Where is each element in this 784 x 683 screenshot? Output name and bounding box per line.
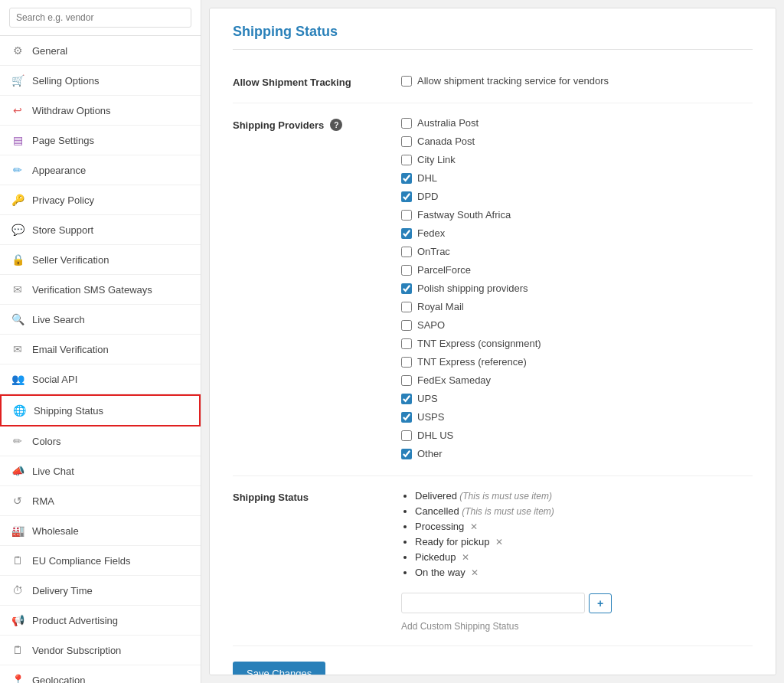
sidebar-item-seller-verification[interactable]: 🔒Seller Verification xyxy=(0,245,201,275)
remove-status-pickedup[interactable]: ✕ xyxy=(459,552,469,563)
provider-item-canada-post: Canada Post xyxy=(401,136,753,147)
sidebar-item-page-settings[interactable]: ▤Page Settings xyxy=(0,126,201,155)
provider-checkbox-ontrac[interactable] xyxy=(401,247,412,257)
sidebar-item-wholesale[interactable]: 🏭Wholesale xyxy=(0,516,201,546)
sidebar-item-label-geolocation: Geolocation xyxy=(32,675,85,684)
sidebar-item-label-general: General xyxy=(32,45,67,57)
sidebar-item-label-product-advertising: Product Advertising xyxy=(32,615,118,626)
provider-checkbox-royal-mail[interactable] xyxy=(401,302,412,312)
provider-label-ontrac: OnTrac xyxy=(417,246,450,257)
provider-checkbox-dhl[interactable] xyxy=(401,173,412,184)
colors-icon: ✏ xyxy=(11,434,24,448)
provider-checkbox-sapo[interactable] xyxy=(401,320,412,331)
status-label-on-the-way: On the way xyxy=(415,567,466,578)
store-support-icon: 💬 xyxy=(11,223,24,237)
must-use-text-cancelled: (This is must use item) xyxy=(459,506,554,517)
provider-item-fedex: Fedex xyxy=(401,227,753,239)
provider-item-city-link: City Link xyxy=(401,154,753,165)
sidebar-item-privacy-policy[interactable]: 🔑Privacy Policy xyxy=(0,185,201,215)
provider-label-parcelforce: ParcelForce xyxy=(417,264,471,276)
sidebar-item-verification-sms[interactable]: ✉Verification SMS Gateways xyxy=(0,275,201,305)
sidebar-search-container xyxy=(0,0,201,36)
provider-item-other: Other xyxy=(401,448,753,459)
provider-checkbox-canada-post[interactable] xyxy=(401,136,412,147)
provider-label-city-link: City Link xyxy=(417,154,456,165)
status-list: Delivered (This is must use item)Cancell… xyxy=(401,490,753,582)
sidebar-item-geolocation[interactable]: 📍Geolocation xyxy=(0,665,201,683)
sidebar-item-label-page-settings: Page Settings xyxy=(32,135,94,146)
sidebar-search-input[interactable] xyxy=(9,8,191,28)
provider-checkbox-ups[interactable] xyxy=(401,394,412,404)
shipping-providers-label: Shipping Providers xyxy=(233,119,324,131)
remove-status-processing[interactable]: ✕ xyxy=(467,521,477,532)
sidebar-item-store-support[interactable]: 💬Store Support xyxy=(0,215,201,245)
sidebar-item-delivery-time[interactable]: ⏱Delivery Time xyxy=(0,576,201,606)
appearance-icon: ✏ xyxy=(11,163,24,177)
sidebar-item-withdraw-options[interactable]: ↩Withdraw Options xyxy=(0,96,201,126)
sidebar-item-appearance[interactable]: ✏Appearance xyxy=(0,155,201,185)
provider-checkbox-fedex-sameday[interactable] xyxy=(401,375,412,386)
provider-label-tnt-express-consignment: TNT Express (consignment) xyxy=(417,338,541,349)
privacy-policy-icon: 🔑 xyxy=(11,193,24,207)
provider-item-australia-post: Australia Post xyxy=(401,117,753,129)
status-item-processing: Processing ✕ xyxy=(415,521,753,532)
add-status-button[interactable]: + xyxy=(589,593,612,613)
provider-item-dhl: DHL xyxy=(401,172,753,184)
status-item-delivered: Delivered (This is must use item) xyxy=(415,490,753,502)
help-icon[interactable]: ? xyxy=(330,119,342,131)
shipping-status-icon: 🌐 xyxy=(12,404,26,417)
remove-status-on-the-way[interactable]: ✕ xyxy=(469,567,479,578)
provider-item-polish-shipping: Polish shipping providers xyxy=(401,283,753,294)
provider-label-tnt-express-reference: TNT Express (reference) xyxy=(417,356,527,368)
eu-compliance-icon: 🗒 xyxy=(11,554,24,567)
provider-checkbox-usps[interactable] xyxy=(401,412,412,423)
provider-item-ontrac: OnTrac xyxy=(401,246,753,257)
sidebar-item-label-social-api: Social API xyxy=(32,374,77,385)
remove-status-ready-pickup[interactable]: ✕ xyxy=(493,537,503,547)
sidebar-item-rma[interactable]: ↺RMA xyxy=(0,486,201,516)
shipping-providers-section: Shipping Providers ? Australia PostCanad… xyxy=(233,103,753,476)
provider-checkbox-fastway-south-africa[interactable] xyxy=(401,210,412,221)
provider-label-ups: UPS xyxy=(417,393,438,404)
provider-checkbox-tnt-express-reference[interactable] xyxy=(401,357,412,368)
status-item-cancelled: Cancelled (This is must use item) xyxy=(415,505,753,517)
status-item-on-the-way: On the way ✕ xyxy=(415,567,753,578)
sidebar-item-shipping-status[interactable]: 🌐Shipping Status xyxy=(0,394,201,426)
provider-label-fastway-south-africa: Fastway South Africa xyxy=(417,209,511,221)
sidebar-item-selling-options[interactable]: 🛒Selling Options xyxy=(0,66,201,96)
provider-checkbox-dhl-us[interactable] xyxy=(401,430,412,441)
sidebar-item-product-advertising[interactable]: 📢Product Advertising xyxy=(0,606,201,636)
sidebar-item-label-appearance: Appearance xyxy=(32,165,86,176)
sidebar-item-eu-compliance[interactable]: 🗒EU Compliance Fields xyxy=(0,546,201,576)
provider-checkbox-tnt-express-consignment[interactable] xyxy=(401,338,412,349)
selling-options-icon: 🛒 xyxy=(11,74,24,87)
page-title: Shipping Status xyxy=(233,24,753,50)
provider-checkbox-australia-post[interactable] xyxy=(401,118,412,129)
withdraw-options-icon: ↩ xyxy=(11,103,24,117)
provider-checkbox-city-link[interactable] xyxy=(401,155,412,165)
wholesale-icon: 🏭 xyxy=(11,524,24,538)
provider-checkbox-other[interactable] xyxy=(401,449,412,459)
custom-status-input[interactable] xyxy=(401,593,585,613)
sidebar-item-live-search[interactable]: 🔍Live Search xyxy=(0,305,201,335)
add-custom-shipping-label: Add Custom Shipping Status xyxy=(401,621,753,632)
sidebar-item-general[interactable]: ⚙General xyxy=(0,36,201,66)
sidebar-item-label-verification-sms: Verification SMS Gateways xyxy=(32,284,152,296)
sidebar-item-colors[interactable]: ✏Colors xyxy=(0,426,201,456)
email-verification-icon: ✉ xyxy=(11,342,24,356)
provider-label-dhl: DHL xyxy=(417,172,437,184)
vendor-subscription-icon: 🗒 xyxy=(11,643,24,657)
provider-label-royal-mail: Royal Mail xyxy=(417,301,464,312)
allow-tracking-checkbox[interactable] xyxy=(401,76,412,87)
sidebar-item-live-chat[interactable]: 📣Live Chat xyxy=(0,456,201,486)
sidebar-item-vendor-subscription[interactable]: 🗒Vendor Subscription xyxy=(0,636,201,665)
allow-tracking-content: Allow shipment tracking service for vend… xyxy=(401,75,753,89)
sidebar-item-email-verification[interactable]: ✉Email Verification xyxy=(0,335,201,364)
provider-checkbox-polish-shipping[interactable] xyxy=(401,283,412,294)
provider-checkbox-parcelforce[interactable] xyxy=(401,265,412,276)
save-changes-button[interactable]: Save Changes xyxy=(233,662,325,675)
sidebar-item-social-api[interactable]: 👥Social API xyxy=(0,364,201,394)
provider-checkbox-fedex[interactable] xyxy=(401,228,412,239)
provider-item-ups: UPS xyxy=(401,393,753,404)
provider-checkbox-dpd[interactable] xyxy=(401,191,412,202)
